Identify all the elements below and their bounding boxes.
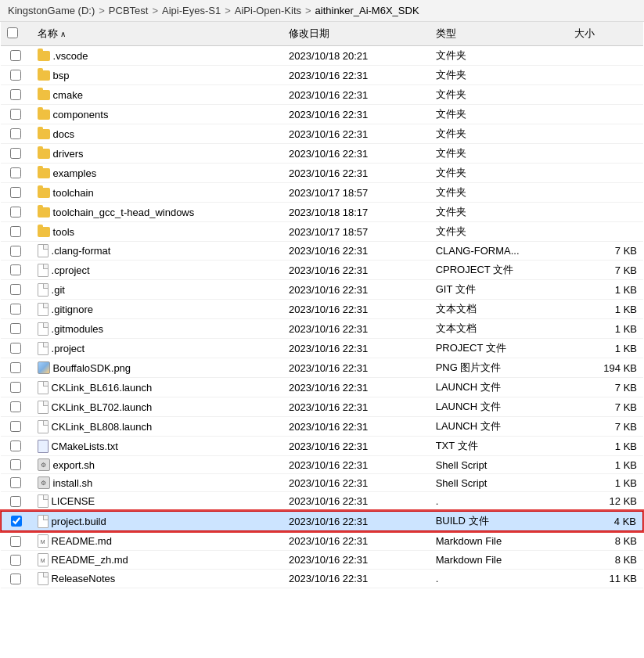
row-checkbox[interactable]: [10, 148, 21, 159]
table-row[interactable]: cmake2023/10/16 22:31文件夹: [1, 85, 643, 105]
row-size-cell: [568, 183, 643, 203]
breadcrumb-aipi-kits[interactable]: AiPi-Open-Kits: [235, 5, 301, 16]
row-type-cell: 文件夹: [430, 105, 568, 124]
row-checkbox[interactable]: [10, 264, 21, 275]
table-row[interactable]: drivers2023/10/16 22:31文件夹: [1, 144, 643, 164]
row-checkbox[interactable]: [10, 50, 21, 61]
breadcrumb-drive[interactable]: KingstonGame (D:): [8, 5, 95, 16]
row-checkbox[interactable]: [10, 440, 21, 451]
row-checkbox-cell: [1, 339, 31, 358]
file-name: .git: [52, 284, 65, 296]
file-name: docs: [53, 128, 74, 140]
name-header[interactable]: 名称 ∧: [31, 22, 283, 46]
row-checkbox[interactable]: [11, 516, 22, 527]
folder-icon: [38, 207, 50, 218]
row-checkbox[interactable]: [10, 496, 21, 507]
breadcrumb-pcbtest[interactable]: PCBTest: [109, 5, 149, 16]
row-checkbox[interactable]: [10, 128, 21, 139]
row-checkbox-cell: [1, 551, 31, 570]
table-row[interactable]: toolchain_gcc_t-head_windows2023/10/18 1…: [1, 203, 643, 222]
row-checkbox[interactable]: [10, 70, 21, 81]
table-row[interactable]: .gitignore2023/10/16 22:31文本文档1 KB: [1, 300, 643, 319]
table-row[interactable]: .git2023/10/16 22:31GIT 文件1 KB: [1, 280, 643, 300]
row-date-cell: 2023/10/16 22:31: [282, 417, 430, 437]
table-row[interactable]: project.build2023/10/16 22:31BUILD 文件4 K…: [1, 511, 643, 531]
table-row[interactable]: .project2023/10/16 22:31PROJECT 文件1 KB: [1, 339, 643, 358]
row-name-cell: docs: [31, 124, 283, 144]
table-row[interactable]: CKLink_BL808.launch2023/10/16 22:31LAUNC…: [1, 417, 643, 437]
table-row[interactable]: CMakeLists.txt2023/10/16 22:31TXT 文件1 KB: [1, 437, 643, 456]
row-checkbox[interactable]: [10, 207, 21, 218]
row-date-cell: 2023/10/18 20:21: [282, 46, 430, 66]
checkbox-header[interactable]: [1, 22, 31, 46]
row-checkbox[interactable]: [10, 167, 21, 178]
table-row[interactable]: BouffaloSDK.png2023/10/16 22:31PNG 图片文件1…: [1, 358, 643, 378]
row-date-cell: 2023/10/16 22:31: [282, 85, 430, 105]
md-icon: M: [38, 534, 49, 548]
table-row[interactable]: ⚙export.sh2023/10/16 22:31Shell Script1 …: [1, 456, 643, 474]
file-name: .cproject: [52, 264, 90, 276]
table-row[interactable]: ReleaseNotes2023/10/16 22:31.11 KB: [1, 570, 643, 588]
row-checkbox[interactable]: [10, 343, 21, 354]
table-row[interactable]: .cproject2023/10/16 22:31CPROJECT 文件7 KB: [1, 261, 643, 280]
table-row[interactable]: ⚙install.sh2023/10/16 22:31Shell Script1…: [1, 474, 643, 492]
row-checkbox[interactable]: [10, 323, 21, 334]
row-checkbox[interactable]: [10, 304, 21, 315]
row-checkbox[interactable]: [10, 536, 21, 547]
row-checkbox[interactable]: [10, 284, 21, 295]
table-row[interactable]: CKLink_BL616.launch2023/10/16 22:31LAUNC…: [1, 378, 643, 397]
file-name: CKLink_BL702.launch: [52, 401, 153, 413]
row-checkbox-cell: [1, 46, 31, 66]
row-size-cell: 1 KB: [568, 280, 643, 300]
table-row[interactable]: MREADME.md2023/10/16 22:31Markdown File8…: [1, 531, 643, 551]
row-checkbox[interactable]: [10, 555, 21, 566]
breadcrumb-sep-2: >: [152, 5, 158, 16]
row-type-cell: TXT 文件: [430, 437, 568, 456]
table-row[interactable]: bsp2023/10/16 22:31文件夹: [1, 66, 643, 85]
row-checkbox[interactable]: [10, 401, 21, 412]
table-row[interactable]: docs2023/10/16 22:31文件夹: [1, 124, 643, 144]
table-row[interactable]: CKLink_BL702.launch2023/10/16 22:31LAUNC…: [1, 397, 643, 417]
size-header[interactable]: 大小: [568, 22, 643, 46]
row-type-cell: .: [430, 570, 568, 588]
row-checkbox[interactable]: [10, 246, 21, 257]
table-row[interactable]: MREADME_zh.md2023/10/16 22:31Markdown Fi…: [1, 551, 643, 570]
row-checkbox[interactable]: [10, 421, 21, 432]
row-name-cell: .project: [31, 339, 283, 358]
row-size-cell: 1 KB: [568, 339, 643, 358]
table-row[interactable]: .clang-format2023/10/16 22:31CLANG-FORMA…: [1, 242, 643, 261]
row-date-cell: 2023/10/16 22:31: [282, 261, 430, 280]
row-checkbox[interactable]: [10, 382, 21, 393]
table-row[interactable]: .vscode2023/10/18 20:21文件夹: [1, 46, 643, 66]
file-icon: [38, 515, 49, 528]
row-checkbox[interactable]: [10, 459, 21, 470]
row-date-cell: 2023/10/16 22:31: [282, 242, 430, 261]
table-row[interactable]: LICENSE2023/10/16 22:31.12 KB: [1, 492, 643, 512]
row-checkbox[interactable]: [10, 477, 21, 488]
select-all-checkbox[interactable]: [7, 27, 18, 38]
row-checkbox[interactable]: [10, 574, 21, 584]
date-header[interactable]: 修改日期: [282, 22, 430, 46]
table-row[interactable]: .gitmodules2023/10/16 22:31文本文档1 KB: [1, 319, 643, 339]
breadcrumb-aipi-eyes[interactable]: Aipi-Eyes-S1: [162, 5, 221, 16]
row-checkbox[interactable]: [10, 226, 21, 237]
table-row[interactable]: tools2023/10/17 18:57文件夹: [1, 222, 643, 242]
row-name-cell: tools: [31, 222, 283, 242]
table-row[interactable]: toolchain2023/10/17 18:57文件夹: [1, 183, 643, 203]
row-date-cell: 2023/10/16 22:31: [282, 456, 430, 474]
row-checkbox[interactable]: [10, 89, 21, 100]
row-type-cell: 文件夹: [430, 85, 568, 105]
row-name-cell: CKLink_BL702.launch: [31, 397, 283, 417]
type-header[interactable]: 类型: [430, 22, 568, 46]
file-icon: [38, 244, 49, 257]
row-size-cell: [568, 85, 643, 105]
row-name-cell: MREADME.md: [31, 531, 283, 551]
row-checkbox-cell: [1, 144, 31, 164]
table-row[interactable]: examples2023/10/16 22:31文件夹: [1, 164, 643, 183]
file-name: drivers: [53, 148, 84, 160]
row-checkbox[interactable]: [10, 362, 21, 373]
row-checkbox-cell: [1, 164, 31, 183]
row-checkbox[interactable]: [10, 109, 21, 120]
row-checkbox[interactable]: [10, 187, 21, 198]
table-row[interactable]: components2023/10/16 22:31文件夹: [1, 105, 643, 124]
